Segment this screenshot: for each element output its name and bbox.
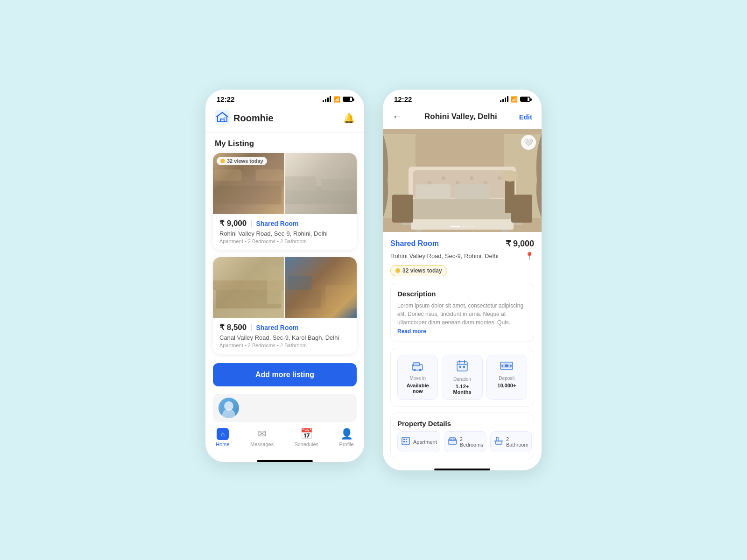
svg-rect-60 (406, 441, 407, 442)
svg-rect-35 (416, 230, 423, 232)
add-more-listing-button[interactable]: Add more listing (213, 363, 357, 386)
property-details-section: Property Details Apartment (390, 413, 534, 459)
profile-icon: 👤 (340, 428, 353, 440)
edit-button[interactable]: Edit (519, 113, 532, 121)
svg-rect-57 (403, 439, 405, 440)
duration-value: 1-12+ Months (446, 384, 478, 395)
listing-meta-1: Apartment 2 Bedrooms 2 Bathroom (219, 238, 350, 244)
svg-point-30 (498, 176, 501, 180)
mini-preview (213, 394, 357, 422)
eye-icon-detail (395, 268, 400, 273)
svg-point-16 (222, 409, 235, 418)
duration-pill: Duration 1-12+ Months (442, 355, 482, 400)
svg-point-55 (510, 365, 512, 367)
bedrooms-icon (447, 435, 458, 448)
back-button[interactable]: ← (392, 111, 402, 123)
detail-title: Rohini Valley, Delhi (424, 112, 497, 121)
description-section: Description Lorem ipsum dolor sit amet, … (390, 283, 534, 342)
svg-rect-49 (459, 366, 461, 368)
bell-icon[interactable]: 🔔 (343, 112, 355, 124)
nav-item-home[interactable]: ⌂ Home (216, 428, 229, 447)
listing-price-1: ₹ 9,000 (219, 218, 247, 228)
svg-rect-39 (392, 195, 413, 223)
heart-button[interactable]: 🤍 (521, 135, 536, 150)
detail-address: Rohini Valley Road, Sec-9, Rohini, Delhi (390, 252, 499, 259)
status-icons-1: 📶 (323, 96, 353, 103)
home-icon: ⌂ (217, 428, 229, 440)
svg-point-26 (442, 176, 445, 180)
svg-rect-7 (285, 176, 317, 190)
time-2: 12:22 (394, 95, 412, 103)
pin-icon: 📍 (525, 252, 534, 260)
svg-point-29 (484, 181, 487, 185)
svg-rect-59 (403, 441, 405, 442)
svg-rect-40 (511, 195, 532, 223)
detail-price: ₹ 9,000 (506, 238, 534, 249)
listing-address-2: Canal Valley Road, Sec-9, Karol Bagh, De… (219, 334, 350, 341)
wifi-icon: 📶 (333, 96, 340, 103)
signal-icon (323, 97, 331, 102)
svg-point-54 (501, 365, 503, 367)
svg-rect-14 (289, 276, 312, 290)
home-indicator (257, 460, 313, 462)
duration-icon (456, 360, 468, 375)
svg-rect-12 (285, 290, 321, 308)
detail-header: ← Rohini Valley, Delhi Edit (383, 106, 542, 129)
listing-info-2: ₹ 8,500 | Shared Room Canal Valley Road,… (213, 318, 357, 354)
nav-item-messages[interactable]: ✉ Messages (250, 428, 274, 447)
listing-img-bedroom: 32 views today (213, 153, 284, 214)
listing-images-2 (213, 257, 357, 318)
description-text: Lorem ipsum dolor sit amet, consectetur … (397, 301, 527, 327)
move-in-value: Available now (402, 383, 434, 394)
room-type-1: Shared Room (256, 220, 298, 227)
home-indicator-2 (434, 469, 490, 470)
svg-rect-13 (326, 285, 357, 308)
move-in-icon (411, 360, 424, 374)
listing-images-1: 32 views today (213, 153, 357, 214)
deposit-icon (500, 360, 513, 374)
svg-rect-42 (413, 363, 420, 366)
svg-point-27 (456, 181, 459, 185)
detail-room-type: Shared Room (390, 239, 439, 248)
svg-rect-45 (457, 362, 467, 371)
nav-item-schedules[interactable]: 📅 Schedules (295, 428, 318, 447)
views-badge-detail: 32 views today (390, 265, 447, 276)
logo-area: Roomhie (215, 110, 274, 126)
deposit-value: 10,000+ (497, 383, 516, 388)
svg-point-25 (428, 181, 431, 185)
section-title-listing: My Listing (205, 133, 364, 153)
dot-4 (471, 226, 474, 227)
listing-price-row-2: ₹ 8,500 | Shared Room (219, 322, 350, 332)
listing-meta-2: Apartment 2 Bedrooms 2 Bathroom (219, 343, 350, 348)
property-details-title: Property Details (397, 420, 527, 427)
nav-item-profile[interactable]: 👤 Profile (339, 428, 354, 447)
deposit-label: Deposit (499, 376, 514, 381)
listing-card-1[interactable]: 32 views today (213, 153, 357, 250)
svg-point-28 (470, 176, 473, 180)
wifi-icon-2: 📶 (511, 96, 518, 103)
svg-rect-4 (214, 169, 242, 181)
battery-icon (343, 97, 353, 102)
dot-3 (466, 226, 469, 227)
svg-rect-56 (402, 437, 409, 445)
listing-card-2[interactable]: ₹ 8,500 | Shared Room Canal Valley Road,… (213, 257, 357, 354)
time-1: 12:22 (217, 95, 234, 103)
dot-active (451, 226, 460, 227)
detail-address-row: Rohini Valley Road, Sec-9, Rohini, Delhi… (390, 252, 534, 260)
bathrooms-label: 2 Bathroom (506, 436, 529, 448)
detail-price-row: Shared Room ₹ 9,000 (390, 232, 534, 252)
description-title: Description (397, 290, 527, 298)
app-header: Roomhie 🔔 (205, 106, 364, 133)
house-logo-icon (215, 110, 230, 126)
listing-img-bedroom2 (213, 257, 284, 318)
property-pills: Apartment 2 Bedrooms (397, 431, 527, 452)
status-bar-1: 12:22 📶 (205, 90, 364, 106)
svg-rect-8 (321, 179, 357, 190)
listing-address-1: Rohini Valley Road, Sec-9, Rohini, Delhi (219, 230, 350, 237)
svg-rect-53 (505, 364, 508, 367)
mini-avatar (218, 398, 239, 418)
schedules-icon: 📅 (300, 428, 313, 440)
svg-rect-31 (416, 184, 451, 201)
read-more-button[interactable]: Read more (397, 328, 426, 335)
dot-2 (462, 226, 465, 227)
